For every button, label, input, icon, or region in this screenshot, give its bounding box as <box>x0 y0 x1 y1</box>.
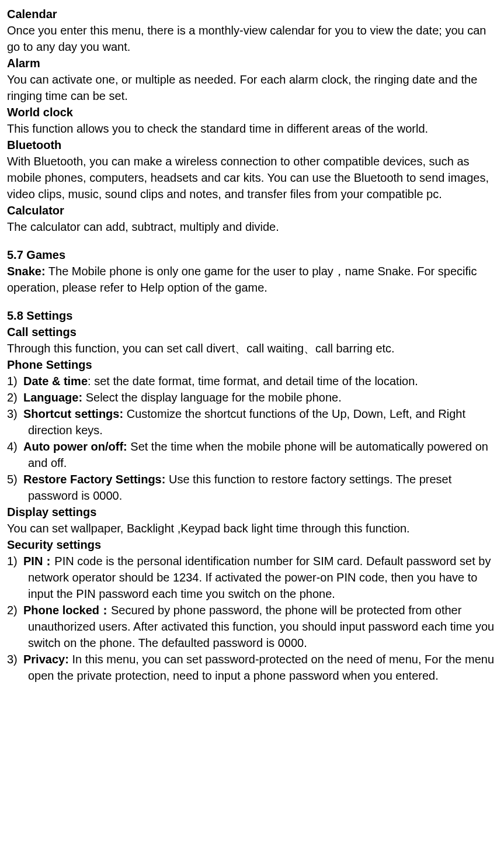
security-settings-item: 2)Phone locked：Secured by phone password… <box>7 602 497 651</box>
item-label: Privacy: <box>23 653 69 666</box>
alarm-body: You can activate one, or multiple as nee… <box>7 71 497 104</box>
phone-settings-item: 4)Auto power on/off: Set the time when t… <box>7 438 497 471</box>
item-label: Phone locked： <box>23 604 111 617</box>
item-body: PIN code is the personal identification … <box>28 555 491 600</box>
display-settings-body: You can set wallpaper, Backlight ,Keypad… <box>7 520 497 537</box>
item-body: Select the display language for the mobi… <box>86 391 342 404</box>
item-label: Language: <box>23 391 82 404</box>
calculator-title: Calculator <box>7 202 497 219</box>
alarm-title: Alarm <box>7 55 497 71</box>
list-number: 5) <box>7 471 23 487</box>
games-title: 5.7 Games <box>7 247 497 263</box>
list-number: 4) <box>7 438 23 455</box>
item-label: Auto power on/off: <box>23 440 127 453</box>
world-clock-body: This function allows you to check the st… <box>7 120 497 137</box>
phone-settings-list: 1)Date & time: set the date format, time… <box>7 373 497 504</box>
bluetooth-title: Bluetooth <box>7 137 497 153</box>
bluetooth-body: With Bluetooth, you can make a wireless … <box>7 153 497 202</box>
item-label: Shortcut settings: <box>23 407 123 420</box>
security-settings-list: 1)PIN：PIN code is the personal identific… <box>7 553 497 684</box>
phone-settings-item: 1)Date & time: set the date format, time… <box>7 373 497 389</box>
phone-settings-item: 3)Shortcut settings: Customize the short… <box>7 406 497 438</box>
item-label: PIN： <box>23 555 54 567</box>
call-settings-title: Call settings <box>7 324 497 340</box>
world-clock-title: World clock <box>7 104 497 120</box>
list-number: 2) <box>7 389 23 406</box>
call-settings-body: Through this function, you can set call … <box>7 340 497 357</box>
calendar-body: Once you enter this menu, there is a mon… <box>7 22 497 55</box>
security-settings-item: 3)Privacy: In this menu, you can set pas… <box>7 651 497 684</box>
calculator-body: The calculator can add, subtract, multip… <box>7 219 497 235</box>
list-number: 2) <box>7 602 23 618</box>
phone-settings-title: Phone Settings <box>7 357 497 373</box>
list-number: 1) <box>7 373 23 389</box>
item-label: Restore Factory Settings: <box>23 473 165 486</box>
snake-body: The Mobile phone is only one game for th… <box>7 265 477 294</box>
calendar-title: Calendar <box>7 6 497 22</box>
games-snake: Snake: The Mobile phone is only one game… <box>7 263 497 296</box>
settings-title: 5.8 Settings <box>7 307 497 324</box>
item-sep: : <box>88 375 94 387</box>
phone-settings-item: 2)Language: Select the display language … <box>7 389 497 406</box>
item-body: In this menu, you can set password-prote… <box>28 653 494 682</box>
display-settings-title: Display settings <box>7 504 497 520</box>
phone-settings-item: 5)Restore Factory Settings: Use this fun… <box>7 471 497 504</box>
security-settings-title: Security settings <box>7 537 497 553</box>
item-body: set the date format, time format, and de… <box>94 375 418 387</box>
item-label: Date & time <box>23 375 88 387</box>
list-number: 3) <box>7 651 23 667</box>
list-number: 3) <box>7 406 23 422</box>
security-settings-item: 1)PIN：PIN code is the personal identific… <box>7 553 497 602</box>
list-number: 1) <box>7 553 23 569</box>
snake-label: Snake: <box>7 265 46 278</box>
